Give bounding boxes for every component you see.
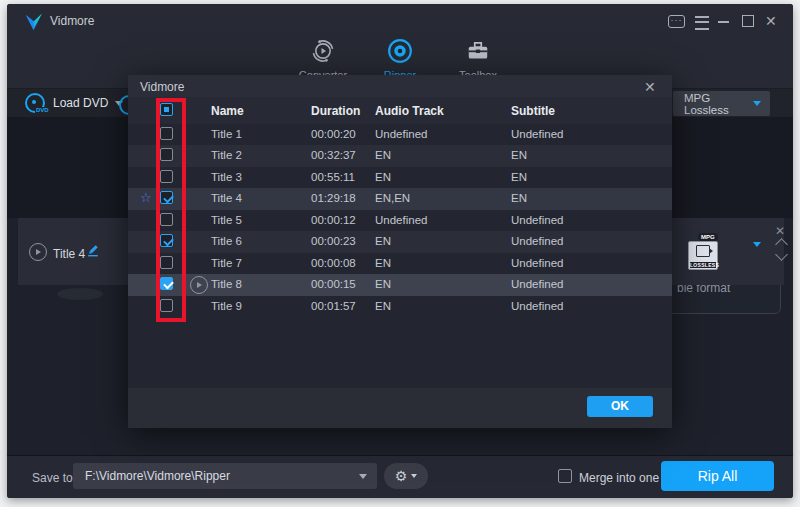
save-path-input[interactable]: F:\Vidmore\Vidmore\Ripper bbox=[73, 463, 377, 489]
row-audio-cell: EN,EN bbox=[375, 192, 410, 204]
row-name-cell: Title 5 bbox=[211, 214, 242, 226]
table-row[interactable]: Title 700:00:08ENUndefined bbox=[128, 253, 672, 274]
row-duration-cell: 00:00:23 bbox=[311, 235, 356, 247]
row-audio-cell: EN bbox=[375, 300, 391, 312]
play-preview-icon[interactable] bbox=[29, 243, 47, 261]
dialog-footer: OK bbox=[128, 388, 672, 428]
row-subtitle-cell: EN bbox=[511, 171, 527, 183]
favorite-star-icon[interactable]: ☆ bbox=[140, 190, 152, 205]
row-play-icon[interactable] bbox=[190, 276, 208, 294]
row-checkbox[interactable] bbox=[160, 234, 173, 247]
item-title-label: Title 4 bbox=[53, 247, 85, 261]
output-format-dropdown[interactable]: MPG Lossless bbox=[673, 91, 770, 116]
row-checkbox[interactable] bbox=[160, 256, 173, 269]
column-header-audio: Audio Track bbox=[375, 104, 444, 118]
titles-table: Name Duration Audio Track Subtitle Title… bbox=[128, 97, 672, 388]
row-duration-cell: 00:00:08 bbox=[311, 257, 356, 269]
row-duration-cell: 00:00:12 bbox=[311, 214, 356, 226]
chevron-down-icon bbox=[411, 474, 417, 478]
format-badge-top: MPG bbox=[698, 233, 718, 241]
table-row[interactable]: Title 600:00:23ENUndefined bbox=[128, 231, 672, 252]
row-name-cell: Title 7 bbox=[211, 257, 242, 269]
format-file-icon[interactable]: MPG LOSSLESS bbox=[688, 234, 718, 268]
merge-checkbox[interactable] bbox=[558, 469, 572, 483]
close-icon[interactable]: ✕ bbox=[765, 13, 777, 29]
rename-pencil-icon[interactable] bbox=[86, 242, 101, 261]
row-duration-cell: 00:32:37 bbox=[311, 149, 356, 161]
row-checkbox[interactable] bbox=[160, 191, 173, 204]
table-row[interactable]: Title 500:00:12UndefinedUndefined bbox=[128, 210, 672, 231]
table-row[interactable]: Title 900:01:57ENUndefined bbox=[128, 296, 672, 317]
dvd-disc-icon: DVD bbox=[25, 93, 45, 113]
row-subtitle-cell: EN bbox=[511, 192, 527, 204]
row-duration-cell: 00:55:11 bbox=[311, 171, 355, 183]
row-name-cell: Title 2 bbox=[211, 149, 242, 161]
column-header-duration: Duration bbox=[311, 104, 360, 118]
load-dvd-button[interactable]: DVD Load DVD bbox=[25, 92, 123, 114]
film-icon bbox=[696, 245, 710, 257]
row-audio-cell: EN bbox=[375, 278, 391, 290]
row-duration-cell: 00:00:20 bbox=[311, 128, 356, 140]
row-audio-cell: EN bbox=[375, 257, 391, 269]
row-audio-cell: Undefined bbox=[375, 128, 427, 140]
table-row[interactable]: Title 100:00:20UndefinedUndefined bbox=[128, 124, 672, 145]
table-header-row: Name Duration Audio Track Subtitle bbox=[128, 97, 672, 124]
row-name-cell: Title 6 bbox=[211, 235, 242, 247]
table-row[interactable]: ☆Title 401:29:18EN,ENEN bbox=[128, 188, 672, 209]
gear-icon: ⚙ bbox=[395, 469, 408, 483]
settings-button[interactable]: ⚙ bbox=[384, 463, 428, 489]
toolbox-icon bbox=[465, 38, 491, 64]
load-dvd-label: Load DVD bbox=[53, 96, 108, 110]
menu-icon[interactable] bbox=[695, 16, 709, 30]
ok-button[interactable]: OK bbox=[587, 396, 653, 417]
app-window: Vidmore ··· ✕ Converter bbox=[7, 4, 793, 498]
chevron-down-icon bbox=[753, 101, 761, 106]
row-checkbox[interactable] bbox=[160, 213, 173, 226]
row-name-cell: Title 3 bbox=[211, 171, 242, 183]
window-title: Vidmore bbox=[50, 14, 94, 28]
column-header-name: Name bbox=[211, 104, 244, 118]
table-row[interactable]: Title 200:32:37ENEN bbox=[128, 145, 672, 166]
save-to-label: Save to: bbox=[32, 471, 76, 485]
row-name-cell: Title 1 bbox=[211, 128, 242, 140]
dialog-title: Vidmore bbox=[140, 80, 184, 94]
row-subtitle-cell: Undefined bbox=[511, 278, 563, 290]
remove-item-icon[interactable]: ✕ bbox=[775, 224, 785, 238]
row-audio-cell: EN bbox=[375, 149, 391, 161]
row-audio-cell: EN bbox=[375, 171, 391, 183]
feedback-icon[interactable]: ··· bbox=[668, 15, 685, 28]
row-subtitle-cell: Undefined bbox=[511, 235, 563, 247]
row-checkbox[interactable] bbox=[160, 148, 173, 161]
table-row[interactable]: Title 300:55:11ENEN bbox=[128, 167, 672, 188]
select-all-checkbox[interactable] bbox=[160, 103, 173, 116]
converter-icon bbox=[310, 38, 336, 64]
format-badge-bottom: LOSSLESS bbox=[690, 262, 716, 268]
row-checkbox[interactable] bbox=[160, 277, 173, 290]
row-duration-cell: 00:00:15 bbox=[311, 278, 356, 290]
column-header-subtitle: Subtitle bbox=[511, 104, 555, 118]
row-duration-cell: 00:01:57 bbox=[311, 300, 356, 312]
format-dropdown-icon[interactable] bbox=[753, 242, 761, 247]
maximize-icon[interactable] bbox=[742, 15, 754, 27]
rip-all-button[interactable]: Rip All bbox=[661, 461, 774, 491]
minimize-icon[interactable] bbox=[718, 21, 729, 23]
row-subtitle-cell: Undefined bbox=[511, 214, 563, 226]
row-checkbox[interactable] bbox=[160, 127, 173, 140]
row-audio-cell: Undefined bbox=[375, 214, 427, 226]
row-name-cell: Title 8 bbox=[211, 278, 242, 290]
row-subtitle-cell: EN bbox=[511, 149, 527, 161]
row-audio-cell: EN bbox=[375, 235, 391, 247]
row-name-cell: Title 9 bbox=[211, 300, 242, 312]
row-name-cell: Title 4 bbox=[211, 192, 242, 204]
row-checkbox[interactable] bbox=[160, 299, 173, 312]
table-row[interactable]: Title 800:00:15ENUndefined bbox=[128, 274, 672, 295]
row-subtitle-cell: Undefined bbox=[511, 257, 563, 269]
row-checkbox[interactable] bbox=[160, 170, 173, 183]
chevron-down-icon[interactable] bbox=[359, 474, 367, 479]
output-format-value: MPG Lossless bbox=[684, 92, 746, 116]
row-subtitle-cell: Undefined bbox=[511, 128, 563, 140]
save-path-value: F:\Vidmore\Vidmore\Ripper bbox=[85, 469, 230, 483]
dialog-close-icon[interactable]: ✕ bbox=[644, 79, 656, 95]
title-select-dialog: Vidmore ✕ Name Duration Audio Track Subt… bbox=[128, 75, 672, 428]
row-duration-cell: 01:29:18 bbox=[311, 192, 356, 204]
